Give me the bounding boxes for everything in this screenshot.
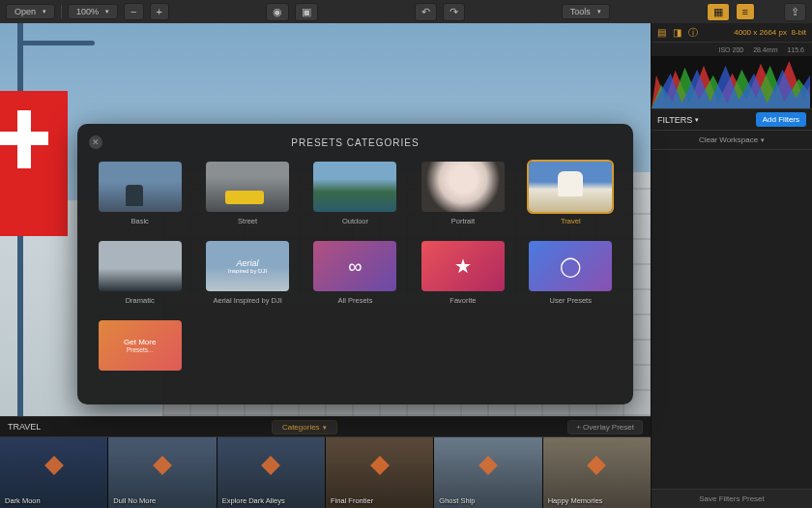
histogram-icon[interactable]: ◨ bbox=[673, 27, 682, 38]
undo-button[interactable]: ↶ bbox=[415, 3, 437, 21]
histogram[interactable] bbox=[652, 56, 812, 109]
preset-category-basic[interactable]: Basic bbox=[95, 162, 185, 225]
preset-thumbnail bbox=[529, 162, 612, 212]
zoom-out-button[interactable]: − bbox=[124, 3, 143, 20]
meta-value: 115.6 bbox=[787, 46, 804, 53]
preset-thumb-ghost-ship[interactable]: Ghost Ship bbox=[434, 437, 542, 508]
preset-category-aerial-inspired-by-dji[interactable]: AerialInspired by DJIAerial Inspired by … bbox=[202, 241, 292, 305]
filmstrip-header: TRAVEL Categories + Overlay Preset bbox=[0, 416, 651, 437]
preset-label: Favorite bbox=[450, 296, 476, 305]
preset-label: Dramatic bbox=[126, 296, 155, 305]
preset-filmstrip: TRAVEL Categories + Overlay Preset Dark … bbox=[0, 416, 651, 508]
modal-title: PRESETS CATEGORIES bbox=[95, 137, 616, 148]
preset-category-favorite[interactable]: ★Favorite bbox=[418, 241, 508, 305]
categories-button[interactable]: Categories bbox=[272, 420, 337, 434]
save-filters-preset-button[interactable]: Save Filters Preset bbox=[652, 489, 812, 508]
sidebar-tab-row: ▤ ◨ ⓘ 4000 x 2664 px 8-bit bbox=[652, 23, 812, 43]
add-filters-button[interactable]: Add Filters bbox=[756, 112, 806, 127]
preset-thumbnail bbox=[99, 162, 182, 212]
focal-label: 28.4mm bbox=[753, 46, 777, 53]
layers-icon[interactable]: ▤ bbox=[657, 27, 666, 38]
flag-graphic bbox=[0, 91, 68, 236]
preset-thumbnail: ◯ bbox=[529, 241, 612, 291]
favorite-icon: ★ bbox=[454, 254, 472, 278]
overlay-preset-button[interactable]: + Overlay Preset bbox=[567, 420, 643, 434]
image-dimensions: 4000 x 2664 px 8-bit bbox=[734, 28, 806, 37]
clear-workspace-button[interactable]: Clear Workspace bbox=[652, 131, 812, 150]
preset-thumb-dull-no-more[interactable]: Dull No More bbox=[108, 437, 217, 508]
zoom-menu[interactable]: 100% bbox=[68, 4, 118, 19]
preset-label: User Presets bbox=[550, 296, 592, 305]
preset-thumbnail bbox=[99, 241, 182, 291]
image-meta: ISO 200 28.4mm 115.6 bbox=[652, 43, 812, 56]
preset-thumbnail bbox=[313, 162, 396, 212]
close-icon[interactable]: ✕ bbox=[89, 135, 102, 149]
preset-thumbnail: ∞ bbox=[313, 241, 396, 291]
preset-thumbnail: AerialInspired by DJI bbox=[206, 241, 289, 291]
preset-label: Street bbox=[238, 217, 257, 225]
separator bbox=[61, 5, 62, 18]
preset-thumbnail bbox=[206, 162, 289, 212]
preset-label: All Presets bbox=[338, 296, 373, 305]
preset-thumbs: Dark MoonDull No MoreExplore Dark Alleys… bbox=[0, 437, 651, 508]
zoom-in-button[interactable]: + bbox=[150, 3, 169, 20]
thumb-label: Happy Memories bbox=[548, 496, 603, 505]
preset-grid: BasicStreetOutdoorPortraitTravelDramatic… bbox=[95, 162, 616, 371]
get-more-presets[interactable]: Get MorePresets... bbox=[95, 320, 185, 371]
preset-category-portrait[interactable]: Portrait bbox=[418, 162, 508, 225]
filters-header: FILTERS▾ Add Filters bbox=[652, 109, 812, 131]
preset-thumbnail: ★ bbox=[421, 241, 505, 291]
user-presets-icon: ◯ bbox=[560, 254, 581, 278]
preset-label: Outdoor bbox=[342, 217, 368, 225]
preset-thumbnail bbox=[421, 162, 505, 212]
filmstrip-title: TRAVEL bbox=[8, 422, 41, 432]
compare-icon[interactable]: ▣ bbox=[295, 3, 318, 21]
preset-label: Portrait bbox=[451, 217, 475, 225]
preset-thumb-explore-dark-alleys[interactable]: Explore Dark Alleys bbox=[218, 437, 326, 508]
redo-button[interactable]: ↷ bbox=[443, 3, 465, 21]
preset-label: Aerial Inspired by DJI bbox=[213, 296, 281, 305]
preset-label: Travel bbox=[561, 217, 581, 225]
open-menu[interactable]: Open bbox=[6, 4, 55, 19]
preset-category-street[interactable]: Street bbox=[202, 162, 292, 225]
preset-category-dramatic[interactable]: Dramatic bbox=[95, 241, 185, 305]
preset-label: Basic bbox=[131, 217, 149, 225]
preset-category-outdoor[interactable]: Outdoor bbox=[310, 162, 400, 225]
thumb-label: Ghost Ship bbox=[439, 496, 475, 505]
preset-category-all-presets[interactable]: ∞All Presets bbox=[310, 241, 400, 305]
preset-thumb-happy-memories[interactable]: Happy Memories bbox=[543, 437, 651, 508]
preview-icon[interactable]: ◉ bbox=[266, 3, 289, 21]
top-toolbar: Open 100% − + ◉ ▣ ↶ ↷ Tools ▦ ≡ ⇪ bbox=[0, 0, 812, 23]
thumb-label: Explore Dark Alleys bbox=[222, 496, 285, 505]
iso-label: ISO 200 bbox=[718, 46, 743, 53]
thumb-label: Dull No More bbox=[113, 496, 156, 505]
right-sidebar: ▤ ◨ ⓘ 4000 x 2664 px 8-bit ISO 200 28.4m… bbox=[651, 23, 812, 508]
tools-menu[interactable]: Tools bbox=[562, 4, 610, 19]
export-button[interactable]: ⇪ bbox=[784, 3, 806, 21]
filters-label: FILTERS bbox=[657, 115, 692, 125]
thumb-label: Dark Moon bbox=[5, 496, 41, 505]
all-presets-icon: ∞ bbox=[348, 255, 362, 278]
info-icon[interactable]: ⓘ bbox=[688, 26, 698, 40]
preset-category-user-presets[interactable]: ◯User Presets bbox=[526, 241, 616, 305]
preset-category-travel[interactable]: Travel bbox=[526, 162, 616, 225]
thumb-label: Final Frontier bbox=[331, 496, 373, 505]
get-more-tile: Get MorePresets... bbox=[99, 320, 182, 371]
preset-thumb-final-frontier[interactable]: Final Frontier bbox=[326, 437, 434, 508]
panel-grid-icon[interactable]: ▦ bbox=[707, 3, 730, 21]
panel-sliders-icon[interactable]: ≡ bbox=[736, 3, 755, 20]
preset-thumb-dark-moon[interactable]: Dark Moon bbox=[0, 437, 108, 508]
presets-categories-modal: ✕ PRESETS CATEGORIES BasicStreetOutdoorP… bbox=[77, 124, 633, 404]
